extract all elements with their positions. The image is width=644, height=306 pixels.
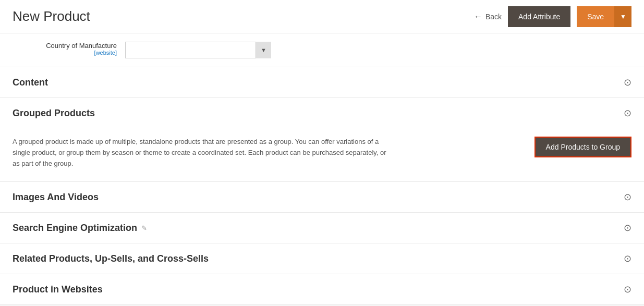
content-title: Content bbox=[13, 77, 48, 88]
seo-chevron-icon: ⊙ bbox=[624, 222, 631, 234]
images-videos-title: Images And Videos bbox=[13, 192, 99, 203]
grouped-products-chevron-icon: ⊙ bbox=[624, 107, 631, 119]
product-websites-accordion-header[interactable]: Product in Websites ⊙ bbox=[0, 274, 644, 304]
save-dropdown-button[interactable]: ▼ bbox=[614, 6, 631, 27]
grouped-products-title: Grouped Products bbox=[13, 108, 95, 119]
back-label: Back bbox=[485, 13, 502, 21]
manufacture-select-wrapper: ▼ bbox=[125, 42, 271, 58]
manufacture-label-group: Country of Manufacture [website] bbox=[13, 42, 117, 56]
images-videos-section: Images And Videos ⊙ bbox=[0, 182, 644, 213]
related-products-accordion-header[interactable]: Related Products, Up-Sells, and Cross-Se… bbox=[0, 243, 644, 274]
page-header: New Product ← Back Add Attribute Save ▼ bbox=[0, 0, 644, 33]
seo-edit-icon[interactable]: ✎ bbox=[141, 224, 147, 232]
related-products-section: Related Products, Up-Sells, and Cross-Se… bbox=[0, 243, 644, 274]
manufacture-section: Country of Manufacture [website] ▼ bbox=[0, 33, 644, 67]
back-arrow-icon: ← bbox=[474, 12, 482, 21]
product-websites-title: Product in Websites bbox=[13, 284, 103, 295]
images-videos-chevron-icon: ⊙ bbox=[624, 191, 631, 203]
grouped-products-description: A grouped product is made up of multiple… bbox=[13, 137, 388, 169]
manufacture-label: Country of Manufacture bbox=[13, 42, 117, 50]
save-button-group: Save ▼ bbox=[577, 6, 631, 27]
manufacture-sublabel: [website] bbox=[13, 50, 117, 56]
grouped-products-section: Grouped Products ⊙ A grouped product is … bbox=[0, 98, 644, 182]
main-content: Country of Manufacture [website] ▼ Conte… bbox=[0, 33, 644, 305]
product-websites-section: Product in Websites ⊙ bbox=[0, 274, 644, 305]
manufacture-select[interactable] bbox=[125, 42, 271, 58]
save-button[interactable]: Save bbox=[577, 6, 614, 27]
product-websites-chevron-icon: ⊙ bbox=[624, 284, 631, 295]
content-accordion-header[interactable]: Content ⊙ bbox=[0, 67, 644, 97]
content-chevron-icon: ⊙ bbox=[624, 77, 631, 88]
images-videos-accordion-header[interactable]: Images And Videos ⊙ bbox=[0, 182, 644, 212]
add-attribute-button[interactable]: Add Attribute bbox=[508, 6, 570, 27]
related-products-chevron-icon: ⊙ bbox=[624, 253, 631, 264]
grouped-products-content: A grouped product is made up of multiple… bbox=[0, 128, 644, 181]
content-section: Content ⊙ bbox=[0, 67, 644, 98]
add-products-to-group-button[interactable]: Add Products to Group bbox=[534, 137, 631, 157]
manufacture-row: Country of Manufacture [website] ▼ bbox=[13, 42, 631, 58]
seo-title-group: Search Engine Optimization ✎ bbox=[13, 223, 147, 234]
header-actions: ← Back Add Attribute Save ▼ bbox=[474, 6, 631, 27]
page-title: New Product bbox=[13, 8, 90, 25]
grouped-products-accordion-header[interactable]: Grouped Products ⊙ bbox=[0, 98, 644, 128]
seo-section: Search Engine Optimization ✎ ⊙ bbox=[0, 213, 644, 243]
seo-accordion-header[interactable]: Search Engine Optimization ✎ ⊙ bbox=[0, 213, 644, 243]
seo-title: Search Engine Optimization bbox=[13, 223, 137, 234]
back-link[interactable]: ← Back bbox=[474, 12, 502, 21]
related-products-title: Related Products, Up-Sells, and Cross-Se… bbox=[13, 253, 209, 264]
grouped-products-inner: A grouped product is made up of multiple… bbox=[13, 137, 631, 169]
